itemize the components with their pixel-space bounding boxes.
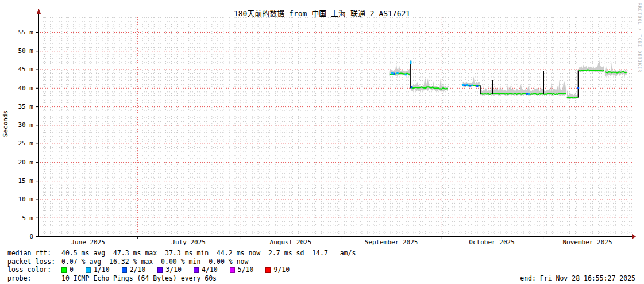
loss-color-swatch — [61, 267, 67, 273]
y-axis-arrow — [37, 9, 41, 14]
loss-color-swatch — [86, 267, 91, 273]
loss-mark — [464, 85, 466, 86]
y-tick-label: 30 m — [18, 121, 34, 129]
packet-loss-values: 0.07 % avg 16.32 % max 0.00 % min 0.00 %… — [61, 258, 248, 266]
loss-mark — [577, 87, 579, 89]
y-tick-label: 15 m — [18, 177, 34, 185]
legend-item-0: 0 — [61, 266, 74, 274]
legend-item-2-10: 2/10 — [122, 266, 146, 274]
loss-mark — [476, 85, 478, 87]
legend-item-4-10: 4/10 — [194, 266, 218, 274]
y-tick-label: 40 m — [18, 85, 34, 92]
loss-color-swatch — [265, 267, 271, 273]
x-month-label: September 2025 — [365, 239, 418, 246]
median-rtt-label: median rtt: — [7, 249, 61, 258]
loss-mark — [462, 84, 464, 86]
legend-item-label: 1/10 — [94, 266, 110, 274]
loss-mark — [391, 72, 393, 74]
loss-mark — [405, 74, 407, 75]
median-rtt-line — [411, 87, 434, 88]
stats-footer: median rtt: 40.5 ms avg 47.3 ms max 37.3… — [7, 249, 637, 282]
packet-loss-row: packet loss: 0.07 % avg 16.32 % max 0.00… — [7, 258, 637, 266]
loss-color-swatch — [230, 267, 235, 273]
loss-mark — [528, 93, 530, 94]
loss-color-swatch — [157, 267, 163, 273]
legend-item-9-10: 9/10 — [265, 266, 290, 274]
y-tick-label: 10 m — [18, 195, 34, 203]
x-axis-arrow — [632, 234, 636, 239]
loss-color-swatch — [122, 267, 127, 273]
loss-mark — [469, 85, 471, 86]
y-tick-label: 50 m — [18, 47, 34, 55]
median-rtt-row: median rtt: 40.5 ms avg 47.3 ms max 37.3… — [7, 249, 637, 258]
y-tick-label: 25 m — [18, 140, 34, 147]
loss-mark — [411, 86, 412, 88]
y-tick-label: 35 m — [18, 103, 34, 110]
end-timestamp: end: Fri Nov 28 16:55:27 2025 — [520, 274, 635, 283]
legend-item-label: 4/10 — [202, 266, 218, 274]
y-tick-label: 45 m — [18, 66, 34, 73]
legend-item-5-10: 5/10 — [230, 266, 254, 274]
smokeping-graph-page: 180天前的数据 from 中国 上海 联通-2 AS17621 Seconds… — [0, 0, 644, 284]
x-month-label: July 2025 — [171, 239, 206, 246]
loss-color-label: loss color: — [7, 266, 61, 274]
loss-mark — [394, 73, 395, 75]
packet-loss-label: packet loss: — [7, 258, 61, 266]
y-tick-labels: 05 m10 m15 m20 m25 m30 m35 m40 m45 m50 m… — [18, 29, 39, 240]
legend-item-label: 3/10 — [165, 266, 182, 274]
y-tick-label: 55 m — [18, 29, 34, 36]
loss-color-row: loss color: 01/102/103/104/105/109/10 — [7, 266, 637, 274]
x-month-label: November 2025 — [562, 239, 612, 246]
legend-item-label: 5/10 — [238, 266, 254, 274]
median-rtt-values: 40.5 ms avg 47.3 ms max 37.3 ms min 44.2… — [61, 249, 356, 258]
legend-item-label: 0 — [70, 266, 74, 274]
x-month-label: August 2025 — [270, 239, 312, 246]
axes — [37, 9, 637, 239]
legend-item-label: 9/10 — [273, 266, 290, 274]
loss-mark — [472, 85, 473, 86]
probe-description: 10 ICMP Echo Pings (64 Bytes) every 60s — [61, 274, 217, 283]
x-tick-labels: June 2025July 2025August 2025September 2… — [71, 236, 612, 246]
x-month-label: October 2025 — [469, 239, 514, 246]
y-tick-label: 20 m — [18, 159, 34, 166]
y-tick-label: 5 m — [22, 214, 33, 222]
legend-item-1-10: 1/10 — [86, 266, 110, 274]
y-tick-label: 0 — [29, 233, 33, 240]
loss-mark — [396, 72, 398, 74]
legend-item-3-10: 3/10 — [157, 266, 182, 274]
rtt-chart-canvas: 05 m10 m15 m20 m25 m30 m35 m40 m45 m50 m… — [0, 0, 644, 247]
loss-color-legend: 01/102/103/104/105/109/10 — [61, 266, 302, 274]
loss-color-swatch — [194, 267, 199, 273]
probe-label: probe: — [7, 274, 61, 283]
legend-item-label: 2/10 — [130, 266, 146, 274]
loss-mark — [526, 93, 528, 94]
x-month-label: June 2025 — [71, 239, 105, 246]
loss-mark — [466, 84, 468, 86]
